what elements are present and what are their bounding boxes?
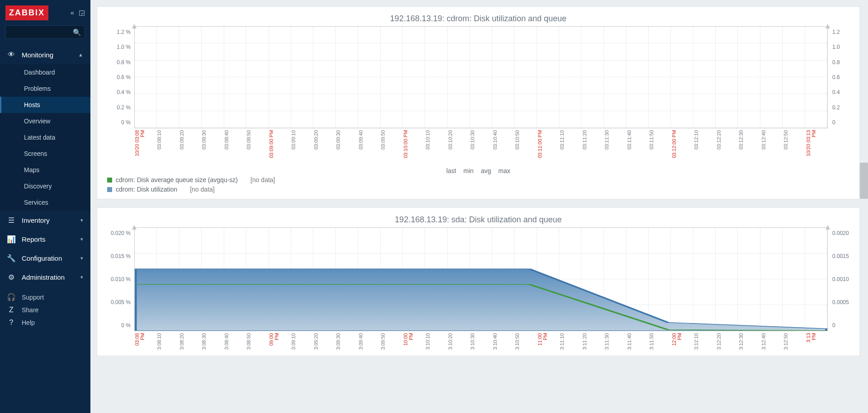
sidebar-item-latest-data[interactable]: Latest data bbox=[0, 129, 90, 145]
footer-label: Help bbox=[22, 319, 35, 326]
axis-tick: 03:10:30 bbox=[470, 130, 492, 165]
nav-label: Configuration bbox=[22, 254, 62, 262]
axis-tick: 3:08:50 bbox=[246, 333, 268, 351]
axis-tick: 0 % bbox=[102, 322, 131, 329]
sidebar-item-dashboard[interactable]: Dashboard bbox=[0, 64, 90, 80]
nav-head-administration[interactable]: ⚙ Administration ▾ bbox=[0, 268, 90, 286]
axis-tick: 03:10:10 bbox=[425, 130, 447, 165]
axis-tick: 03:12:00 PM bbox=[671, 130, 693, 165]
legend-nodata: [no data] bbox=[190, 185, 215, 194]
axis-tick: 3:11:40 bbox=[627, 333, 649, 351]
chart-body: 0.020 %0.015 %0.010 %0.005 %0 % bbox=[102, 227, 855, 331]
axis-tick: 03:09:10 bbox=[291, 130, 313, 165]
axis-tick: 12:00 PM bbox=[671, 333, 693, 351]
legend-row: cdrom: Disk average queue size (avgqu-sz… bbox=[107, 175, 855, 185]
nav-head-inventory[interactable]: ☰ Inventory ▾ bbox=[0, 211, 90, 230]
axis-tick: 03:10:00 PM bbox=[403, 130, 425, 165]
support-link[interactable]: 🎧 Support bbox=[7, 293, 83, 301]
axis-tick: 3:13 PM bbox=[806, 333, 828, 351]
chart-body: 1.2 %1.0 %0.8 %0.6 %0.4 %0.2 %0 % 1.21.0… bbox=[102, 26, 855, 128]
axis-tick: 0 bbox=[832, 322, 855, 329]
axis-tick: 0.020 % bbox=[102, 230, 131, 236]
axis-tick: 03:08:50 bbox=[246, 130, 268, 165]
plot-area[interactable] bbox=[134, 227, 828, 331]
axis-tick: 03:12:50 bbox=[783, 130, 805, 165]
axis-tick: 03:12:10 bbox=[693, 130, 716, 165]
sidebar-item-hosts[interactable]: Hosts bbox=[0, 97, 90, 113]
logo-row: ZABBIX « ◲ bbox=[0, 0, 90, 25]
axis-tick: 11:00 PM bbox=[537, 333, 559, 351]
axis-tick: 03:08 PM bbox=[134, 333, 156, 351]
sidebar-item-problems[interactable]: Problems bbox=[0, 80, 90, 97]
axis-tick: 0.4 % bbox=[102, 89, 131, 95]
fullscreen-icon[interactable]: ◲ bbox=[79, 9, 85, 17]
axis-tick: 3:09:30 bbox=[335, 333, 358, 351]
axis-tick: 3:12:50 bbox=[783, 333, 805, 351]
search-icon[interactable]: 🔍 bbox=[73, 28, 81, 37]
axis-tick: 1.2 % bbox=[102, 29, 131, 35]
chart-svg bbox=[135, 228, 827, 331]
nav-head-reports[interactable]: 📊 Reports ▾ bbox=[0, 230, 90, 249]
sidebar-item-overview[interactable]: Overview bbox=[0, 113, 90, 129]
axis-tick: 1.0 % bbox=[102, 44, 131, 50]
axis-tick: 03:08:30 bbox=[201, 130, 223, 165]
logo[interactable]: ZABBIX bbox=[5, 5, 48, 20]
collapse-icon[interactable]: « bbox=[71, 9, 74, 17]
help-link[interactable]: ? Help bbox=[7, 319, 83, 327]
legend-header: lastminavgmax bbox=[102, 165, 855, 175]
axis-tick: 3:11:20 bbox=[582, 333, 604, 351]
share-link[interactable]: Z Share bbox=[7, 306, 83, 314]
axis-tick: 03:09:00 PM bbox=[269, 130, 291, 165]
axis-tick: 0 % bbox=[102, 119, 131, 126]
axis-tick: 10/20 03:13 PM bbox=[806, 130, 828, 165]
axis-tick: 3:11:50 bbox=[649, 333, 671, 351]
axis-tick: 3:10:10 bbox=[425, 333, 447, 351]
axis-tick: 0 bbox=[832, 119, 855, 126]
axis-tick: 0.005 % bbox=[102, 299, 131, 305]
sidebar-item-maps[interactable]: Maps bbox=[0, 162, 90, 178]
nav-label: Reports bbox=[22, 235, 46, 243]
wrench-icon: 🔧 bbox=[7, 254, 15, 263]
axis-tick: 1.2 bbox=[832, 29, 855, 35]
axis-tick: 0.8 % bbox=[102, 59, 131, 66]
axis-tick: 0.2 % bbox=[102, 104, 131, 111]
axis-tick: 3:11:10 bbox=[559, 333, 581, 351]
main[interactable]: 192.168.13.19: cdrom: Disk utilization a… bbox=[90, 0, 868, 413]
sidebar-item-services[interactable]: Services bbox=[0, 194, 90, 211]
axis-tick: 3:08:20 bbox=[179, 333, 201, 351]
nav-head-monitoring[interactable]: 👁 Monitoring ▲ bbox=[0, 45, 90, 64]
axis-tick: 3:09:50 bbox=[380, 333, 402, 351]
axis-tick: 3:12:10 bbox=[693, 333, 716, 351]
scrollbar-thumb[interactable] bbox=[860, 163, 868, 199]
sidebar-item-screens[interactable]: Screens bbox=[0, 145, 90, 162]
axis-tick: 03:09:20 bbox=[313, 130, 335, 165]
sidebar: ZABBIX « ◲ 🔍 👁 Monitoring ▲ DashboardPro… bbox=[0, 0, 90, 413]
axis-tick: 03:11:40 bbox=[627, 130, 649, 165]
y-axis-right: 1.21.00.80.60.40.20 bbox=[828, 26, 855, 128]
axis-tick: 3:08:30 bbox=[201, 333, 223, 351]
chart-card-cdrom: 192.168.13.19: cdrom: Disk utilization a… bbox=[97, 6, 860, 199]
axis-tick: 3:12:20 bbox=[716, 333, 738, 351]
chevron-up-icon: ▲ bbox=[78, 52, 83, 57]
nav-label: Administration bbox=[22, 273, 65, 281]
axis-tick: 0.015 % bbox=[102, 253, 131, 259]
axis-tick: 03:10:40 bbox=[492, 130, 514, 165]
nav-footer: 🎧 Support Z Share ? Help bbox=[0, 286, 90, 333]
chevron-down-icon: ▾ bbox=[80, 236, 83, 242]
axis-tick: 3:09:10 bbox=[291, 333, 313, 351]
axis-tick: 1.0 bbox=[832, 44, 855, 50]
plot-area[interactable] bbox=[134, 26, 828, 128]
legend-swatch-icon bbox=[107, 178, 112, 183]
axis-tick: 03:09:50 bbox=[380, 130, 402, 165]
list-icon: ☰ bbox=[7, 216, 15, 225]
nav-head-configuration[interactable]: 🔧 Configuration ▾ bbox=[0, 249, 90, 268]
chart-card-sda: 192.168.13.19: sda: Disk utilization and… bbox=[97, 207, 860, 356]
search-wrap: 🔍 bbox=[0, 25, 90, 45]
share-icon: Z bbox=[7, 306, 15, 314]
legend-text: cdrom: Disk average queue size (avgqu-sz… bbox=[116, 175, 238, 185]
axis-tick: 03:12:20 bbox=[716, 130, 738, 165]
sidebar-item-discovery[interactable]: Discovery bbox=[0, 178, 90, 194]
headset-icon: 🎧 bbox=[7, 293, 15, 301]
axis-tick: 09:00 PM bbox=[269, 333, 291, 351]
legend-text: cdrom: Disk utilization bbox=[116, 185, 177, 194]
